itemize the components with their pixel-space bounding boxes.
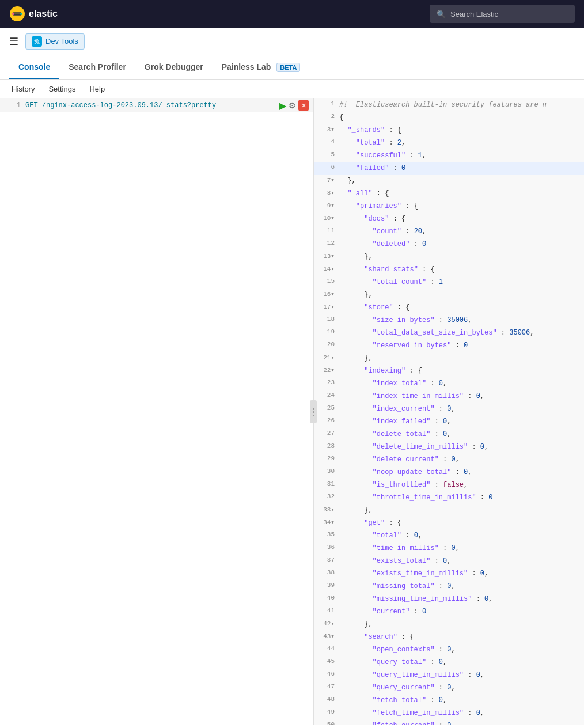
output-line-code: "query_current" : 0, <box>339 682 584 693</box>
output-line-number: 5 <box>314 150 339 161</box>
output-line-number: 21▾ <box>314 352 339 364</box>
output-line-number: 40 <box>314 593 339 605</box>
output-line: 21▾ }, <box>314 352 584 365</box>
help-button[interactable]: Help <box>87 84 107 94</box>
output-line: 49 "fetch_time_in_millis" : 0, <box>314 707 584 719</box>
elastic-logo[interactable]: elastic <box>9 6 58 22</box>
run-button[interactable]: ▶ <box>279 100 286 111</box>
output-line: 40 "missing_time_in_millis" : 0, <box>314 593 584 605</box>
history-button[interactable]: History <box>9 84 37 94</box>
output-line: 23 "index_total" : 0, <box>314 377 584 390</box>
output-line-code: "index_failed" : 0, <box>339 416 584 427</box>
output-line: 46 "query_time_in_millis" : 0, <box>314 669 584 681</box>
output-line-code: "index_total" : 0, <box>339 378 584 389</box>
output-line: 20 "reserved_in_bytes" : 0 <box>314 339 584 352</box>
output-line-code: "missing_total" : 0, <box>339 581 584 592</box>
output-line-number: 32 <box>314 492 339 503</box>
dev-tools-icon: 兔 <box>32 36 42 47</box>
output-line-number: 41 <box>314 606 339 617</box>
output-line-number: 49 <box>314 707 339 719</box>
output-line-number: 46 <box>314 669 339 681</box>
tab-search-profiler[interactable]: Search Profiler <box>59 55 135 79</box>
dev-tools-button[interactable]: 兔 Dev Tools <box>25 33 85 50</box>
output-line: 12 "deleted" : 0 <box>314 238 584 251</box>
wrench-button[interactable]: ⚙ <box>289 101 296 110</box>
output-line-number: 35 <box>314 530 339 541</box>
output-line: 7▾ }, <box>314 175 584 187</box>
output-line: 3▾ "_shards" : { <box>314 124 584 136</box>
divider-dot-2 <box>313 411 314 413</box>
output-line: 39 "missing_total" : 0, <box>314 580 584 593</box>
dev-tools-label: Dev Tools <box>45 37 78 46</box>
output-line-code: }, <box>339 175 584 187</box>
divider-handle[interactable] <box>310 400 317 423</box>
output-line-code: "query_time_in_millis" : 0, <box>339 669 584 681</box>
output-line-number: 36 <box>314 543 339 554</box>
tab-console[interactable]: Console <box>9 55 59 79</box>
top-nav: elastic 🔍 Search Elastic <box>0 0 584 28</box>
output-line: 5 "successful" : 1, <box>314 149 584 162</box>
output-line-code: "get" : { <box>339 517 584 529</box>
output-line-number: 16▾ <box>314 289 339 301</box>
output-line: 8▾ "_all" : { <box>314 187 584 200</box>
search-placeholder: Search Elastic <box>450 10 498 18</box>
output-line: 31 "is_throttled" : false, <box>314 479 584 491</box>
output-line-code: "total_count" : 1 <box>339 276 584 288</box>
settings-button[interactable]: Settings <box>46 84 78 94</box>
output-line-code: }, <box>339 289 584 301</box>
output-line-code: "deleted" : 0 <box>339 238 584 250</box>
output-line-code: "search" : { <box>339 631 584 643</box>
output-line: 41 "current" : 0 <box>314 605 584 618</box>
output-line: 4 "total" : 2, <box>314 136 584 149</box>
output-line-number: 1 <box>314 99 339 111</box>
output-line: 16▾ }, <box>314 289 584 301</box>
tab-painless-lab[interactable]: Painless Lab BETA <box>213 55 310 79</box>
output-line: 28 "delete_time_in_millis" : 0, <box>314 441 584 453</box>
output-line-code: "delete_time_in_millis" : 0, <box>339 441 584 453</box>
output-panel[interactable]: 1#! Elasticsearch built-in security feat… <box>314 98 584 725</box>
search-icon: 🔍 <box>437 10 446 18</box>
output-line-code: "fetch_current" : 0, <box>339 720 584 725</box>
output-line-number: 26 <box>314 416 339 427</box>
output-line-code: "open_contexts" : 0, <box>339 644 584 655</box>
output-line: 48 "fetch_total" : 0, <box>314 694 584 707</box>
output-line: 44 "open_contexts" : 0, <box>314 643 584 656</box>
output-line-code: "missing_time_in_millis" : 0, <box>339 593 584 605</box>
output-line: 38 "exists_time_in_millis" : 0, <box>314 567 584 580</box>
output-line: 15 "total_count" : 1 <box>314 276 584 289</box>
output-line-code: "delete_total" : 0, <box>339 429 584 440</box>
output-line: 10▾ "docs" : { <box>314 213 584 225</box>
svg-point-1 <box>12 13 14 15</box>
output-line-code: "total" : 2, <box>339 137 584 149</box>
output-line: 42▾ }, <box>314 618 584 631</box>
output-line: 34▾ "get" : { <box>314 517 584 529</box>
output-line-number: 4 <box>314 137 339 149</box>
hamburger-button[interactable]: ☰ <box>7 33 21 50</box>
tabs-bar: Console Search Profiler Grok Debugger Pa… <box>0 55 584 80</box>
close-button[interactable]: ✕ <box>298 100 309 111</box>
editor-content[interactable]: GET /nginx-access-log-2023.09.13/_stats?… <box>25 101 279 109</box>
output-line-code: "shard_stats" : { <box>339 264 584 275</box>
output-line-code: "successful" : 1, <box>339 150 584 161</box>
output-line-number: 18 <box>314 314 339 326</box>
top-search-bar[interactable]: 🔍 Search Elastic <box>430 5 575 23</box>
output-line-number: 43▾ <box>314 631 339 643</box>
output-line: 29 "delete_current" : 0, <box>314 453 584 466</box>
output-line-number: 33▾ <box>314 505 339 516</box>
output-line: 35 "total" : 0, <box>314 529 584 542</box>
tab-grok-debugger[interactable]: Grok Debugger <box>135 55 213 79</box>
output-line-number: 39 <box>314 581 339 592</box>
output-line-code: "total_data_set_size_in_bytes" : 35006, <box>339 327 584 339</box>
output-line-code: }, <box>339 352 584 364</box>
output-line-number: 50 <box>314 720 339 725</box>
output-line-code: "exists_time_in_millis" : 0, <box>339 568 584 579</box>
output-line-number: 28 <box>314 441 339 453</box>
output-line-code: }, <box>339 505 584 516</box>
elastic-logo-text: elastic <box>29 9 58 19</box>
output-line-number: 9▾ <box>314 200 339 212</box>
output-line-code: "index_time_in_millis" : 0, <box>339 390 584 402</box>
output-line: 11 "count" : 20, <box>314 225 584 238</box>
output-line-code: }, <box>339 251 584 263</box>
output-line: 17▾ "store" : { <box>314 301 584 314</box>
editor-line-1[interactable]: 1 GET /nginx-access-log-2023.09.13/_stat… <box>0 98 313 112</box>
